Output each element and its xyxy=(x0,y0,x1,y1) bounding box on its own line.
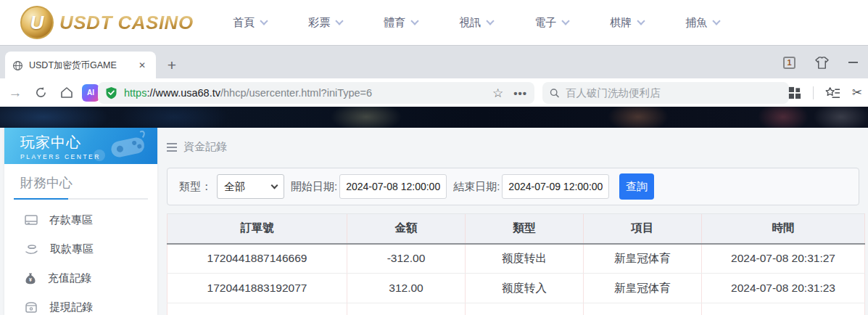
screenshot-scissors-icon[interactable]: ✂ xyxy=(852,85,862,100)
browser-toolbar: → AI https://www.usa68.tv/hhcp/usercente… xyxy=(0,78,868,107)
chevron-down-icon xyxy=(637,17,645,25)
table-row[interactable]: 1720441887146669 -312.00 额度转出 新皇冠体育 2024… xyxy=(168,244,865,274)
tab-close-icon[interactable]: ✕ xyxy=(136,59,149,72)
cell-order-no: 1720441883192077 xyxy=(168,274,347,303)
favorites-list-icon[interactable] xyxy=(825,86,840,99)
nav-item[interactable]: 捕魚 xyxy=(665,16,740,30)
main-panel: 資金記錄 類型： 全部 開始日期: 結束日期: 查詢 xyxy=(167,128,864,315)
cell-amount: -312.00 xyxy=(347,244,466,274)
nav-item[interactable]: 體育 xyxy=(363,16,439,30)
search-icon xyxy=(550,88,560,99)
breadcrumb: 資金記錄 xyxy=(167,140,864,154)
url-scheme: https xyxy=(124,87,146,99)
bank-card-icon xyxy=(25,214,38,226)
table-row-partial xyxy=(168,303,865,315)
nav-item-label: 棋牌 xyxy=(610,16,632,30)
svg-text:¥: ¥ xyxy=(29,277,32,282)
sidebar-item-withdrawal-records[interactable]: 提現記錄 xyxy=(4,292,157,315)
cell-project: 新皇冠体育 xyxy=(584,274,702,303)
nav-item[interactable]: 視訊 xyxy=(439,16,514,30)
browser-tab[interactable]: USDT加密货币GAME ✕ xyxy=(5,52,156,79)
toolbar-right-controls: ✂ xyxy=(788,78,862,107)
toolbar-divider xyxy=(813,86,814,99)
sidebar-item-withdraw[interactable]: 取款專區 xyxy=(4,234,157,263)
chevron-down-icon xyxy=(410,17,418,25)
secure-shield-icon xyxy=(105,86,117,99)
address-bar[interactable]: https://www.usa68.tv/hhcp/usercenter.htm… xyxy=(98,82,534,104)
cell-type: 额度转出 xyxy=(466,244,584,274)
url-path: /hhcp/usercenter.html?iniType=6 xyxy=(220,87,372,99)
cell-project: 新皇冠体育 xyxy=(584,244,702,274)
fund-records-table: 訂單號金額類型項目時間 1720441887146669 -312.00 额度转… xyxy=(167,213,865,315)
end-date-label: 結束日期: xyxy=(453,180,500,194)
url-host: ://www.usa68.tv xyxy=(146,87,220,99)
ai-assistant-icon[interactable]: AI xyxy=(82,84,99,102)
site-logo[interactable]: U USDT CASINO xyxy=(20,6,194,39)
type-select-value: 全部 xyxy=(224,180,245,194)
nav-item-label: 電子 xyxy=(534,16,556,30)
new-tab-button[interactable]: + xyxy=(162,56,181,75)
browser-search-box[interactable] xyxy=(542,82,789,104)
table-header-cell: 金額 xyxy=(347,214,466,244)
nav-item-label: 彩票 xyxy=(308,16,330,30)
chevron-down-icon xyxy=(712,17,720,25)
nav-item[interactable]: 首頁 xyxy=(212,16,288,30)
nav-item[interactable]: 電子 xyxy=(514,16,590,30)
cell-type: 额度转入 xyxy=(466,274,584,303)
table-header-cell: 訂單號 xyxy=(168,214,347,244)
refresh-icon[interactable] xyxy=(35,86,47,99)
nav-item[interactable]: 彩票 xyxy=(288,16,363,30)
bookmark-star-icon[interactable]: ☆ xyxy=(492,86,503,101)
site-banner-image xyxy=(0,107,868,128)
tab-count-badge[interactable]: 1 xyxy=(783,57,795,69)
site-header: U USDT CASINO 首頁 彩票 體育 xyxy=(0,0,868,45)
filter-bar: 類型： 全部 開始日期: 結束日期: 查詢 xyxy=(167,168,859,205)
nav-item-label: 捕魚 xyxy=(685,16,707,30)
theme-shirt-icon[interactable] xyxy=(814,56,830,70)
menu-label: 提現記錄 xyxy=(49,300,93,314)
table-header-cell: 項目 xyxy=(584,214,702,244)
page: U USDT CASINO 首頁 彩票 體育 xyxy=(0,0,868,315)
forward-icon[interactable]: → xyxy=(6,85,25,101)
home-icon[interactable] xyxy=(60,86,73,99)
nav-item[interactable]: 棋牌 xyxy=(590,16,665,30)
more-options-icon[interactable]: ••• xyxy=(513,87,527,99)
start-date-input[interactable] xyxy=(339,174,447,199)
table-header-row: 訂單號金額類型項目時間 xyxy=(168,214,865,244)
decor-bubble xyxy=(94,150,105,161)
menu-label: 充值記錄 xyxy=(48,271,91,285)
end-date-input[interactable] xyxy=(502,174,609,199)
chevron-down-icon xyxy=(561,17,569,25)
gamepad-icon xyxy=(105,131,150,163)
table-partial-row-container xyxy=(168,303,865,315)
table-header-cell: 時間 xyxy=(702,214,865,244)
tabbar-controls: 1 xyxy=(783,46,858,79)
logo-text: USDT CASINO xyxy=(59,12,194,34)
nav-item-label: 視訊 xyxy=(459,16,481,30)
chevron-down-icon xyxy=(486,17,494,25)
tab-title: USDT加密货币GAME xyxy=(29,60,136,72)
page-title: 資金記錄 xyxy=(183,140,227,154)
globe-icon xyxy=(12,60,23,71)
query-button[interactable]: 查詢 xyxy=(619,173,654,200)
apps-grid-icon[interactable] xyxy=(788,86,801,99)
hand-coins-icon xyxy=(25,243,38,255)
sidebar-item-recharge-records[interactable]: ¥ 充值記錄 xyxy=(4,263,157,292)
minimize-window-icon[interactable] xyxy=(848,62,858,63)
menu-label: 取款專區 xyxy=(50,242,94,256)
chevron-down-icon xyxy=(260,17,268,25)
cell-time: 2024-07-08 20:31:23 xyxy=(702,274,865,303)
sidebar-item-deposit[interactable]: 存款專區 xyxy=(4,205,157,234)
search-input[interactable] xyxy=(566,87,782,99)
type-select[interactable]: 全部 xyxy=(217,174,284,199)
sidebar-menu: 存款專區 取款專區 ¥ 充值記錄 xyxy=(4,200,157,315)
table-row[interactable]: 1720441883192077 312.00 额度转入 新皇冠体育 2024-… xyxy=(168,274,865,303)
nav-item-label: 體育 xyxy=(384,16,405,30)
sidebar-section-title: 財務中心 xyxy=(4,164,157,192)
chevron-down-icon xyxy=(335,17,343,25)
menu-toggle-icon[interactable] xyxy=(167,143,177,152)
wallet-icon xyxy=(25,302,38,313)
cell-amount: 312.00 xyxy=(347,274,466,303)
player-center-sidebar: 玩家中心 PLAYERS CENTER 財務中心 xyxy=(4,128,157,315)
main-nav: 首頁 彩票 體育 視訊 電子 xyxy=(212,16,740,30)
